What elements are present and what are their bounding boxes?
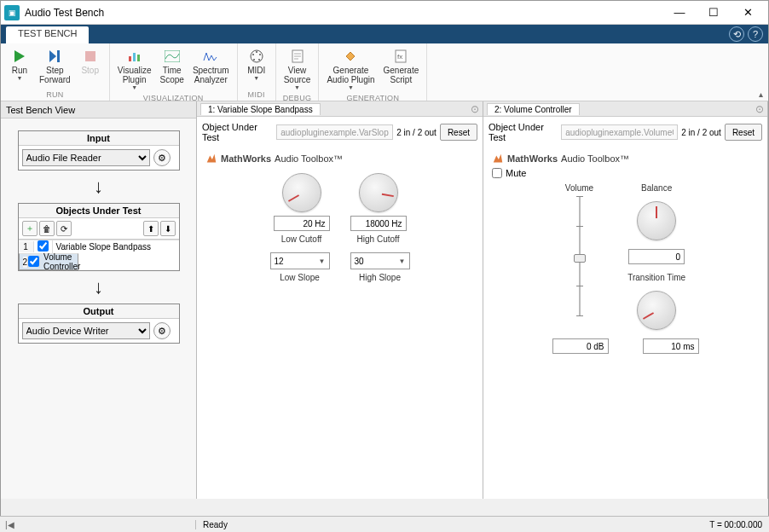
volume-readout[interactable]: [552, 338, 609, 354]
move-down-button[interactable]: ⬇: [160, 221, 176, 236]
high-slope-label: High Slope: [359, 273, 401, 282]
svg-point-10: [252, 54, 254, 55]
high-cutoff-knob[interactable]: [359, 173, 398, 212]
objects-under-test-header: Objects Under Test: [19, 204, 179, 218]
generate-audio-plugin-button[interactable]: Generate Audio Plugin ▼: [322, 45, 379, 93]
svg-point-9: [256, 51, 257, 53]
help-icon[interactable]: ?: [748, 26, 763, 42]
midi-button[interactable]: MIDI ▼: [241, 45, 272, 90]
object-class-field: [276, 124, 393, 140]
object-class-field: [561, 124, 678, 140]
delete-object-button[interactable]: 🗑: [39, 221, 55, 236]
arrow-down-icon: ↓: [94, 276, 103, 298]
svg-text:fx: fx: [397, 53, 402, 61]
svg-rect-5: [133, 53, 136, 61]
output-select[interactable]: Audio Device Writer: [22, 322, 150, 339]
mathworks-logo-icon: [492, 153, 504, 165]
visualize-plugin-button[interactable]: Visualize Plugin ▼: [113, 45, 156, 93]
view-source-button[interactable]: View Source ▼: [280, 45, 315, 93]
output-box-header: Output: [19, 304, 179, 319]
object-row[interactable]: 2 Volume Controller: [19, 253, 78, 270]
midi-icon: [248, 48, 265, 65]
transition-time-readout[interactable]: [643, 338, 699, 354]
object-enable-checkbox[interactable]: [38, 240, 49, 252]
io-count: 2 in / 2 out: [681, 128, 721, 137]
input-settings-button[interactable]: ⚙: [153, 149, 171, 166]
volume-slider[interactable]: [570, 196, 590, 315]
group-label: VISUALIZATION: [143, 93, 204, 104]
chevron-down-icon: ▼: [348, 84, 354, 90]
balance-label: Balance: [641, 183, 672, 193]
panel-close-icon[interactable]: ⊙: [755, 103, 764, 115]
step-icon: [46, 48, 63, 65]
panel-close-icon[interactable]: ⊙: [471, 103, 479, 115]
minimize-button[interactable]: —: [662, 1, 697, 25]
panel-tab[interactable]: 1: Variable Slope Bandpass: [200, 103, 321, 115]
plugin-icon: [342, 48, 359, 65]
svg-rect-2: [57, 50, 60, 62]
stop-button: Stop: [75, 45, 106, 90]
app-icon: ▣: [4, 5, 20, 20]
refresh-button[interactable]: ⟳: [56, 221, 72, 236]
step-forward-button[interactable]: Step Forward: [35, 45, 75, 90]
move-up-button[interactable]: ⬆: [143, 221, 159, 236]
low-cutoff-input[interactable]: [274, 216, 330, 231]
chevron-down-icon: ▼: [319, 257, 326, 265]
io-count: 2 in / 2 out: [396, 128, 437, 137]
svg-point-13: [258, 59, 260, 61]
svg-rect-3: [85, 51, 95, 61]
high-slope-select[interactable]: 30▼: [350, 252, 410, 269]
mute-checkbox[interactable]: [492, 168, 502, 178]
panel-tab[interactable]: 2: Volume Controller: [487, 103, 580, 115]
ribbon-tab-testbench[interactable]: TEST BENCH: [6, 26, 89, 43]
high-cutoff-input[interactable]: [350, 216, 407, 231]
group-label: GENERATION: [346, 93, 399, 104]
balance-knob[interactable]: [637, 201, 676, 240]
chevron-down-icon: ▼: [294, 84, 300, 90]
status-left-icon[interactable]: |◀: [0, 520, 196, 529]
gear-icon: ⚙: [158, 326, 166, 337]
chevron-down-icon: ▼: [399, 257, 406, 265]
scope-icon: [164, 48, 181, 65]
low-slope-select[interactable]: 12▼: [270, 252, 330, 269]
spectrum-icon: [202, 48, 219, 65]
reset-button[interactable]: Reset: [440, 124, 477, 141]
close-button[interactable]: ✕: [731, 1, 765, 25]
panel-title: Test Bench View: [1, 101, 196, 119]
svg-marker-0: [14, 50, 25, 62]
arrow-down-icon: ↓: [94, 176, 103, 198]
output-settings-button[interactable]: ⚙: [153, 322, 171, 339]
group-label: MIDI: [248, 90, 265, 101]
low-cutoff-label: Low Cutoff: [281, 234, 322, 244]
script-icon: fx: [392, 48, 409, 65]
time-scope-button[interactable]: Time Scope: [156, 45, 188, 93]
object-enable-checkbox[interactable]: [28, 256, 39, 267]
status-text: Ready: [196, 520, 234, 529]
window-title: Audio Test Bench: [25, 7, 662, 19]
group-label: RUN: [46, 90, 63, 101]
svg-rect-6: [137, 55, 140, 61]
generate-script-button[interactable]: fx Generate Script: [379, 45, 424, 93]
collapse-ribbon-icon[interactable]: ▴: [759, 90, 763, 99]
low-cutoff-knob[interactable]: [282, 173, 321, 212]
chart-icon: [126, 48, 143, 65]
out-label: Object Under Test: [202, 122, 273, 142]
balance-input[interactable]: [628, 249, 685, 264]
reset-button[interactable]: Reset: [725, 124, 762, 141]
restore-layout-icon[interactable]: ⟲: [729, 26, 744, 42]
chevron-down-icon: ▼: [131, 84, 137, 90]
add-object-button[interactable]: ＋: [22, 221, 38, 236]
mathworks-logo-icon: [205, 153, 217, 165]
status-time: T = 00:00.000: [703, 520, 769, 529]
mute-label: Mute: [506, 168, 526, 178]
volume-label: Volume: [565, 183, 593, 193]
svg-rect-4: [129, 56, 131, 61]
spectrum-analyzer-button[interactable]: Spectrum Analyzer: [188, 45, 234, 93]
out-label: Object Under Test: [489, 122, 558, 142]
maximize-button[interactable]: ☐: [697, 1, 731, 25]
chevron-down-icon: ▼: [253, 75, 259, 81]
transition-time-knob[interactable]: [637, 291, 676, 330]
stop-icon: [82, 48, 99, 65]
input-select[interactable]: Audio File Reader: [22, 149, 150, 166]
run-button[interactable]: Run ▼: [4, 45, 35, 90]
